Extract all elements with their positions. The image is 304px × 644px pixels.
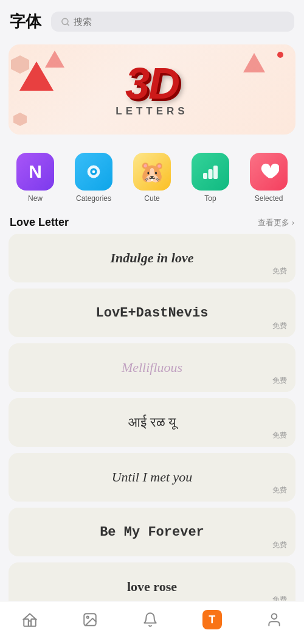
tab-gallery-icon (82, 612, 98, 628)
search-icon (61, 17, 70, 27)
svg-point-13 (271, 614, 277, 619)
tab-notifications[interactable] (135, 609, 165, 630)
tab-type-icon-wrap: T (202, 610, 222, 629)
font-list: Indulge in love 免费 LovE+DastNevis 免费 Mel… (0, 234, 304, 644)
new-icon-letter: N (29, 161, 42, 182)
new-icon-wrap: N (16, 153, 54, 191)
font-badge-indulge: 免费 (272, 266, 287, 276)
svg-rect-6 (209, 169, 213, 179)
top-icon-wrap (192, 153, 229, 191)
font-preview-love: LovE+DastNevis (18, 306, 286, 321)
selected-icon-wrap (250, 153, 288, 191)
triangle-red-right (243, 53, 265, 72)
banner-letters-text: LETTERS (116, 105, 188, 117)
font-preview-rose: love rose (18, 579, 286, 595)
header: 字体 (0, 0, 304, 38)
hexagon-bottom (13, 113, 27, 126)
font-badge-hindi: 免费 (272, 430, 287, 441)
font-preview-melli: Mellifluous (18, 360, 286, 376)
font-preview-until: Until I met you (18, 469, 286, 485)
section-title: Love Letter (10, 216, 69, 229)
selected-icon (258, 161, 279, 182)
svg-rect-5 (203, 173, 207, 179)
quick-item-categories[interactable]: Categories (75, 153, 112, 203)
quick-icons-row: N New Categories 🐹 Cute Top (0, 141, 304, 209)
quick-item-selected[interactable]: Selected (250, 153, 288, 203)
tab-type-label: T (209, 614, 215, 626)
font-card-indulge[interactable]: Indulge in love 免费 (9, 234, 295, 282)
tab-gallery[interactable] (75, 609, 105, 630)
font-badge-love: 免费 (272, 321, 287, 331)
quick-item-new[interactable]: N New (16, 153, 54, 203)
banner: 3D LETTERS (9, 44, 295, 135)
svg-line-1 (67, 23, 69, 25)
font-preview-forever: Be My Forever (18, 525, 286, 540)
tab-home-icon (22, 612, 38, 628)
tab-profile[interactable] (259, 609, 289, 630)
quick-item-top[interactable]: Top (192, 153, 229, 203)
tab-home[interactable] (15, 609, 45, 630)
svg-rect-10 (32, 619, 36, 626)
font-badge-forever: 免费 (272, 540, 287, 550)
search-bar[interactable] (51, 12, 294, 32)
section-more-link[interactable]: 查看更多 › (258, 217, 294, 228)
font-card-forever[interactable]: Be My Forever 免费 (9, 508, 295, 556)
quick-label-new: New (28, 194, 43, 203)
cute-icon-wrap: 🐹 (133, 153, 171, 191)
categories-icon (83, 161, 104, 182)
font-badge-melli: 免费 (272, 376, 287, 386)
dot-top-right (277, 52, 283, 58)
font-card-hindi[interactable]: आई रळ यू 免费 (9, 398, 295, 447)
svg-point-12 (87, 617, 89, 618)
quick-label-top: Top (204, 194, 216, 203)
font-card-love[interactable]: LovE+DastNevis 免费 (9, 289, 295, 337)
tab-profile-icon (266, 612, 282, 628)
categories-icon-wrap (75, 153, 112, 191)
quick-label-cute: Cute (144, 194, 159, 203)
banner-center: 3D LETTERS (116, 61, 188, 117)
font-card-until[interactable]: Until I met you 免费 (9, 453, 295, 502)
banner-3d-text: 3D (125, 61, 179, 105)
triangle-red-small (45, 51, 64, 68)
top-icon (201, 162, 220, 181)
quick-item-cute[interactable]: 🐹 Cute (133, 153, 171, 203)
font-badge-until: 免费 (272, 485, 287, 495)
page-title: 字体 (10, 11, 41, 32)
font-preview-indulge: Indulge in love (18, 250, 286, 266)
tab-bell-icon (142, 612, 158, 628)
cute-icon: 🐹 (139, 159, 165, 184)
search-input[interactable] (74, 16, 285, 27)
section-header: Love Letter 查看更多 › (0, 209, 304, 234)
font-card-melli[interactable]: Mellifluous 免费 (9, 343, 295, 392)
svg-rect-7 (213, 166, 218, 179)
quick-label-categories: Categories (76, 194, 111, 203)
quick-label-selected: Selected (255, 194, 283, 203)
tab-type[interactable]: T (195, 607, 229, 632)
svg-rect-8 (24, 619, 29, 626)
svg-point-4 (92, 170, 95, 173)
tab-bar: T (0, 601, 304, 644)
font-preview-hindi: आई रळ यू (18, 415, 286, 430)
